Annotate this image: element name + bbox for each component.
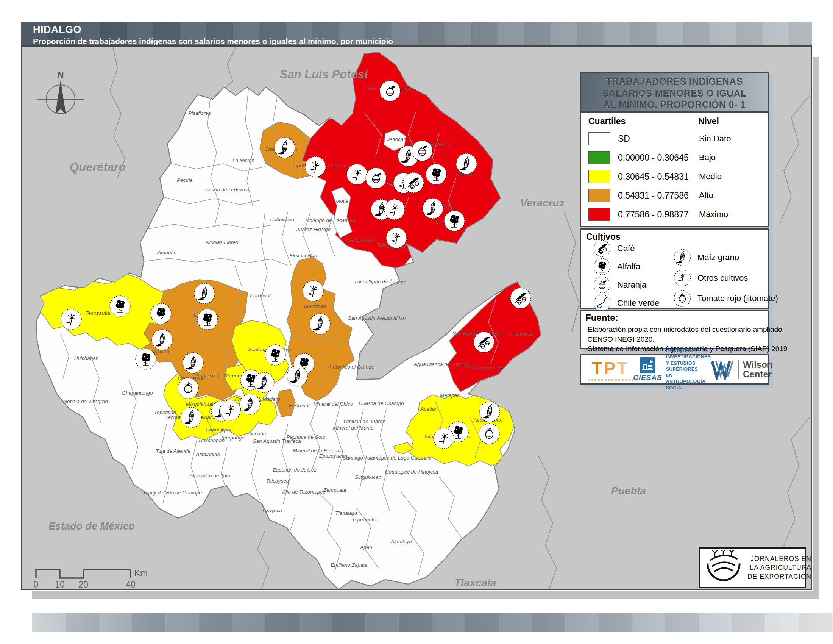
legend-title-line: TRABAJADORES INDÍGENAS [581, 76, 768, 87]
quartile-row: 0.30645 - 0.54831 Medio [589, 167, 764, 186]
quartile-swatch [589, 208, 610, 221]
crop-marker [194, 283, 215, 304]
legend-title-line: SALARIOS MENORES O IGUAL [581, 87, 768, 99]
municipality-label: Tecozautla [85, 310, 110, 316]
frame-shadow-right [813, 57, 819, 591]
municipality-label: Agua Blanca de Iturbide [413, 361, 468, 367]
legend-panel: TRABAJADORES INDÍGENAS SALARIOS MENORES … [580, 72, 769, 227]
municipality-label: Tlahuelilpan [205, 427, 233, 433]
scale-tick-label: 0 [34, 580, 39, 589]
crop-marker [152, 330, 172, 350]
crop-marker [444, 211, 465, 231]
municipality-label: Atotonilco el Grande [328, 364, 374, 370]
jornaleros-line: DE EXPORTACIÓN [748, 572, 811, 581]
municipality-label: Nopala de Villagrán [63, 399, 108, 404]
quartile-level: Sin Dato [698, 134, 764, 143]
ciesas-logo: CIESAS CENTRO DE INVESTIGACIONESY ESTUDI… [633, 348, 711, 391]
municipality-label: Tula de Allende [156, 448, 190, 454]
quartile-swatch [589, 151, 610, 164]
quartile-row: 0.77586 - 0.98877 Máximo [589, 205, 764, 224]
cultivo-item: Otros cultivos [672, 267, 748, 289]
crop-marker [426, 164, 446, 185]
wilson-line: Wilson [743, 360, 772, 369]
crop-marker [366, 168, 386, 188]
municipality-label: Almoloya [391, 539, 412, 544]
municipality-label: Tlahuiltepa [269, 217, 294, 222]
quartile-range: SD [618, 134, 698, 144]
wilson-text: Wilson Center [743, 360, 772, 379]
cultivo-label: Café [617, 243, 635, 253]
crop-marker [240, 394, 260, 414]
municipality-label: Mineral del Chico [314, 401, 353, 407]
source-header: Fuente: [585, 312, 618, 323]
source-line: CENSO INEGI 2020. [585, 335, 765, 345]
scale-tick-label: 40 [126, 580, 135, 589]
legend-title-line: AL MÍNIMO. PROPORCIÓN 0- 1 [581, 99, 768, 111]
crop-marker [384, 199, 405, 220]
crop-marker [386, 228, 407, 248]
state-label: Querétaro [70, 161, 126, 174]
jornaleros-text: JORNALEROS ENLA AGRICULTURADE EXPORTACIÓ… [748, 555, 811, 581]
cultivo-label: Alfalfa [617, 262, 640, 272]
municipality-label: Tizayuca [262, 508, 282, 513]
tpt-letter: T [617, 358, 629, 378]
source-panel: Fuente: -Elaboración propia con microdat… [580, 310, 769, 349]
municipality-label: Tenango de Doria [467, 365, 508, 370]
wilson-w-icon [711, 359, 734, 380]
crop-marker [479, 423, 499, 444]
municipality-label: Villa de Tezontepec [281, 489, 325, 495]
ciesas-text: CENTRO DE INVESTIGACIONESY ESTUDIOS SUPE… [666, 348, 711, 391]
municipality-label: Tepeapulco [352, 517, 378, 522]
quartile-swatch [589, 170, 610, 183]
municipality-label: Santiago Tulantepec de Lugo Guerrero [343, 455, 431, 460]
crop-marker [254, 372, 274, 393]
municipality-label: Apan [360, 544, 372, 550]
municipality-label: San Agustín Metzquititlán [348, 315, 406, 321]
source-line: -Elaboración propia con microdatos del c… [585, 325, 765, 335]
jornaleros-logo: JORNALEROS ENLA AGRICULTURADE EXPORTACIÓ… [699, 547, 806, 588]
ciesas-icon [639, 357, 656, 374]
jornaleros-field-icon [703, 550, 745, 586]
maiz-icon [672, 247, 693, 268]
municipality-label: Huichapan [74, 355, 99, 361]
crop-marker [412, 140, 433, 161]
crop-marker [403, 172, 424, 193]
quartile-level: Medio [698, 172, 764, 182]
municipality-label: Zempoala [323, 487, 346, 493]
municipality-label: Pisaflores [188, 110, 211, 116]
municipality-label: Nicolás Flores [206, 240, 238, 245]
municipality-label: Ajacuba [247, 431, 266, 436]
ciesas-line: EN ANTROPOLOGÍA SOCIAL [666, 372, 711, 391]
cultivo-label: Chile verde [617, 298, 659, 308]
quartile-rows: SD Sin Dato 0.00000 - 0.30645 Bajo 0.306… [589, 129, 764, 224]
scale-tick-label: 10 [55, 580, 65, 589]
ciesas-line: CENTRO DE INVESTIGACIONES [666, 348, 711, 360]
municipality-label: Molango de Escamilla [305, 217, 355, 223]
tpt-letter: P [604, 358, 617, 378]
municipality-label: Cardonal [250, 293, 271, 298]
crop-marker [275, 137, 295, 158]
crop-marker [474, 332, 494, 352]
ciesas-acronym: CIESAS [633, 374, 662, 382]
municipality-label: Xochicoatlán [345, 237, 375, 243]
crop-marker [135, 349, 156, 369]
crop-marker [197, 309, 218, 330]
wilson-center-logo: Wilson Center [711, 359, 772, 380]
municipality-label: Mineral del Monte [333, 425, 373, 431]
state-label: Veracruz [520, 197, 564, 209]
state-label: Tlaxcala [454, 577, 496, 589]
state-label: Estado de México [48, 520, 135, 532]
quartile-range: 0.00000 - 0.30645 [618, 153, 698, 163]
cultivo-label: Tomate rojo (jitomate) [698, 294, 778, 303]
municipality-label: Lolotla [333, 198, 348, 204]
cultivos-panel: Cultivos Café Alfalfa Naranja Chile verd… [580, 229, 769, 309]
crop-marker [380, 80, 400, 101]
municipality-label: Pacula [177, 177, 193, 183]
tpt-letters: TPT [592, 358, 629, 378]
crop-marker [287, 366, 307, 386]
crop-marker [151, 303, 171, 324]
municipality-label: Atitalaquia [195, 452, 220, 457]
municipality-label: Tlaxcoapan [198, 438, 225, 443]
crop-marker [178, 378, 198, 399]
crop-marker [479, 402, 500, 422]
